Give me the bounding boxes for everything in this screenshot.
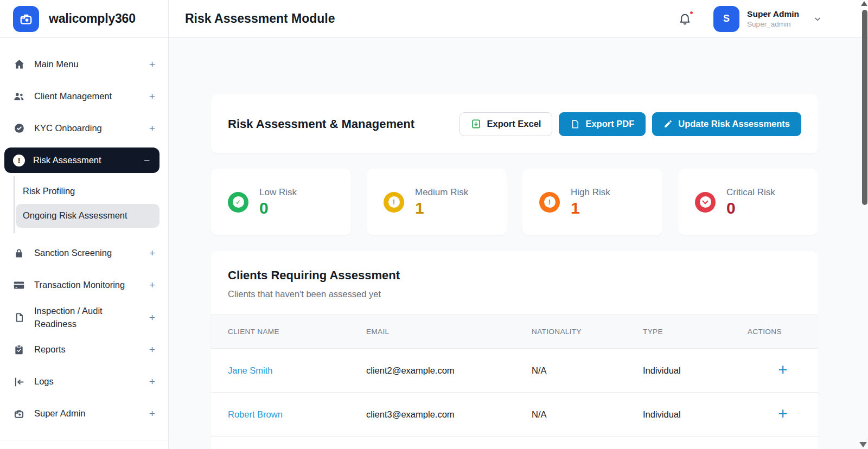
table-row: Robert Brown client3@example.com N/A Ind…: [211, 393, 818, 437]
exclamation-circle-icon: !: [539, 192, 560, 213]
scroll-down-arrow[interactable]: [859, 442, 867, 447]
stat-text: Medium Risk 1: [415, 187, 468, 217]
sidebar-item-transaction-monitoring[interactable]: Transaction Monitoring +: [0, 270, 168, 302]
exclamation-circle-icon: !: [384, 192, 404, 213]
column-header-client-name: CLIENT NAME: [211, 315, 366, 349]
sidebar-subitem-risk-profiling[interactable]: Risk Profiling: [16, 179, 159, 203]
client-nationality-cell: N/A: [532, 349, 643, 393]
client-name-link[interactable]: Robert Brown: [228, 409, 283, 419]
update-risk-assessments-button[interactable]: Update Risk Assessments: [652, 112, 801, 136]
sidebar-item-reports[interactable]: Reports +: [0, 334, 168, 366]
user-info[interactable]: Super Admin Super_admin: [747, 9, 799, 28]
client-name-cell: Jane Smith: [211, 349, 366, 393]
client-nationality-cell: N/A: [532, 393, 643, 437]
column-header-nationality: NATIONALITY: [532, 315, 643, 349]
expand-toggle-icon[interactable]: +: [149, 247, 155, 259]
excel-download-icon: [471, 119, 481, 129]
clipboard-check-icon: [13, 344, 25, 356]
chevron-down-icon[interactable]: [813, 15, 822, 23]
stat-value: 0: [726, 200, 775, 217]
client-name-link[interactable]: Jane Smith: [228, 365, 273, 375]
expand-toggle-icon[interactable]: +: [149, 279, 155, 291]
collapse-toggle-icon[interactable]: −: [144, 155, 150, 166]
stat-label: High Risk: [571, 187, 610, 198]
export-excel-button[interactable]: Export Excel: [459, 112, 552, 136]
pencil-icon: [663, 119, 673, 129]
file-icon: [13, 312, 25, 324]
client-name-cell: Robert Brown: [211, 393, 366, 437]
stat-value: 1: [415, 200, 468, 217]
sidebar-item-label: Inspection / Audit Readiness: [34, 305, 140, 331]
sidebar-item-label: Client Management: [34, 90, 140, 103]
expand-toggle-icon[interactable]: +: [149, 376, 155, 388]
scrollbar-thumb[interactable]: [862, 10, 867, 205]
sidebar: walicomply360 Main Menu + Client Managem…: [0, 0, 169, 449]
user-name: Super Admin: [747, 9, 799, 19]
alert-circle-icon: !: [13, 155, 25, 166]
clients-card-title: Clients Requiring Assessment: [228, 268, 801, 283]
column-header-email: EMAIL: [366, 315, 532, 349]
expand-toggle-icon[interactable]: +: [149, 59, 155, 70]
chevron-circle-icon: [695, 192, 716, 213]
users-icon: [13, 91, 25, 102]
risk-assessment-submenu: Risk Profiling Ongoing Risk Assessment: [14, 176, 159, 233]
sidebar-item-inspection-audit-readiness[interactable]: Inspection / Audit Readiness +: [0, 302, 168, 334]
export-pdf-label: Export PDF: [585, 119, 634, 129]
logs-icon: [13, 376, 25, 388]
column-header-actions: ACTIONS: [748, 315, 818, 349]
sidebar-item-client-management[interactable]: Client Management +: [0, 80, 168, 112]
expand-toggle-icon[interactable]: +: [149, 91, 155, 102]
stat-text: Low Risk 0: [259, 187, 297, 217]
main-area: Risk Assessment Module S Super Admin Sup…: [169, 0, 868, 449]
client-email-cell: client3@example.com: [366, 393, 532, 437]
stat-value: 0: [259, 200, 297, 217]
notification-dot: [689, 10, 694, 15]
avatar[interactable]: S: [713, 6, 739, 32]
clients-card-header: Clients Requiring Assessment Clients tha…: [211, 251, 818, 315]
expand-toggle-icon[interactable]: +: [149, 123, 155, 134]
sidebar-subitem-ongoing-risk-assessment[interactable]: Ongoing Risk Assessment: [16, 204, 159, 227]
table-row: Jane Smith client2@example.com N/A Indiv…: [211, 349, 818, 393]
page-title: Risk Assessment Module: [185, 11, 335, 26]
clients-requiring-assessment-card: Clients Requiring Assessment Clients tha…: [211, 251, 818, 449]
sidebar-item-logs[interactable]: Logs +: [0, 366, 168, 398]
client-actions-cell: +: [748, 393, 818, 437]
notifications-button[interactable]: [678, 12, 692, 25]
stat-label: Critical Risk: [726, 187, 775, 198]
stat-label: Low Risk: [259, 187, 297, 198]
update-risk-assessments-label: Update Risk Assessments: [678, 119, 790, 129]
stat-text: High Risk 1: [571, 187, 610, 217]
section-title: Risk Assessment & Management: [228, 117, 414, 131]
expand-toggle-icon[interactable]: +: [149, 312, 155, 324]
plus-icon[interactable]: +: [775, 363, 791, 376]
export-excel-label: Export Excel: [487, 119, 541, 129]
clients-card-subtitle: Clients that haven't been assessed yet: [228, 289, 801, 299]
expand-toggle-icon[interactable]: +: [149, 408, 155, 420]
top-bar: Risk Assessment Module S Super Admin Sup…: [169, 0, 868, 38]
export-pdf-button[interactable]: Export PDF: [559, 112, 646, 136]
brand-icon: [13, 408, 25, 420]
pdf-file-icon: [570, 119, 580, 129]
sidebar-item-sanction-screening[interactable]: Sanction Screening +: [0, 238, 168, 270]
check-circle-icon: ✓: [228, 192, 248, 213]
app-window: walicomply360 Main Menu + Client Managem…: [0, 0, 868, 449]
lock-icon: [13, 247, 25, 259]
sidebar-item-main-menu[interactable]: Main Menu +: [0, 48, 168, 80]
sidebar-item-kyc-onboarding[interactable]: KYC Onboarding +: [0, 112, 168, 144]
column-header-type: TYPE: [643, 315, 748, 349]
sidebar-item-super-admin[interactable]: Super Admin +: [0, 398, 168, 430]
toolbar-buttons: Export Excel Export PDF Update Risk Asse…: [459, 112, 801, 136]
sidebar-item-label: Sanction Screening: [34, 247, 140, 260]
home-icon: [13, 59, 25, 70]
brand-icon: [13, 6, 39, 32]
client-actions-cell: +: [748, 349, 818, 393]
sidebar-item-risk-assessment[interactable]: ! Risk Assessment −: [4, 147, 159, 173]
topbar-right: S Super Admin Super_admin: [678, 6, 822, 32]
sidebar-item-label: Logs: [34, 375, 140, 388]
plus-icon[interactable]: +: [775, 407, 791, 420]
credit-card-icon: [13, 279, 25, 291]
user-role: Super_admin: [747, 20, 799, 28]
stat-card-low-risk: ✓ Low Risk 0: [211, 169, 351, 235]
scroll-up-arrow[interactable]: [861, 1, 867, 6]
expand-toggle-icon[interactable]: +: [149, 344, 155, 356]
